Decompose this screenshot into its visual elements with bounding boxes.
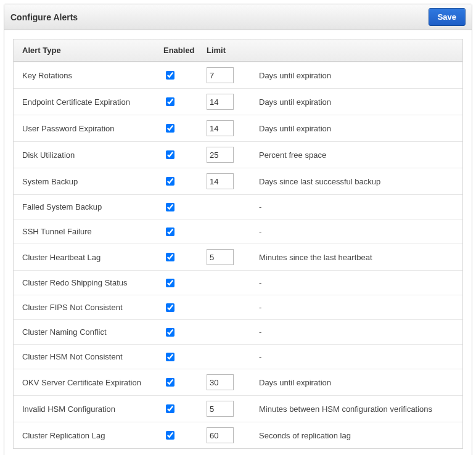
table-header-row: Alert Type Enabled Limit <box>14 39 462 62</box>
limit-description-empty: - <box>254 319 462 344</box>
table-row: OKV Server Certificate ExpirationDays un… <box>14 369 462 395</box>
page-title: Configure Alerts <box>10 12 78 22</box>
table-row: Failed System Backup- <box>14 194 462 219</box>
panel-header: Configure Alerts Save <box>4 4 472 30</box>
limit-description: Seconds of replication lag <box>254 422 462 448</box>
alert-type-label: Cluster Replication Lag <box>14 422 158 448</box>
enabled-checkbox[interactable] <box>166 228 174 236</box>
table-row: Cluster Naming Conflict- <box>14 319 462 344</box>
alert-type-label: Endpoint Certificate Expiration <box>14 88 158 115</box>
limit-input[interactable] <box>207 427 234 443</box>
enabled-checkbox[interactable] <box>166 328 174 337</box>
col-limit: Limit <box>202 39 254 62</box>
alert-type-label: System Backup <box>14 168 158 194</box>
col-desc <box>254 39 462 62</box>
alert-type-label: SSH Tunnel Failure <box>14 219 158 244</box>
enabled-checkbox[interactable] <box>166 71 174 80</box>
enabled-checkbox[interactable] <box>166 431 174 440</box>
limit-input[interactable] <box>207 94 234 110</box>
enabled-checkbox[interactable] <box>166 303 174 312</box>
limit-description: Days since last successful backup <box>254 168 462 194</box>
alert-type-label: Cluster HSM Not Consistent <box>14 344 158 369</box>
table-row: Disk UtilizationPercent free space <box>14 141 462 168</box>
limit-description-empty: - <box>254 219 462 244</box>
enabled-checkbox[interactable] <box>166 378 174 387</box>
enabled-checkbox[interactable] <box>166 279 174 287</box>
limit-description: Days until expiration <box>254 115 462 141</box>
enabled-checkbox[interactable] <box>166 253 174 261</box>
table-row: Cluster FIPS Not Consistent- <box>14 295 462 319</box>
alert-type-label: Failed System Backup <box>14 194 158 219</box>
limit-description-empty: - <box>254 344 462 369</box>
table-row: Invalid HSM ConfigurationMinutes between… <box>14 395 462 422</box>
limit-description: Days until expiration <box>254 88 462 115</box>
enabled-checkbox[interactable] <box>166 124 174 133</box>
limit-input[interactable] <box>207 147 234 163</box>
limit-description-empty: - <box>254 270 462 295</box>
table-row: Cluster Heartbeat LagMinutes since the l… <box>14 244 462 270</box>
enabled-checkbox[interactable] <box>166 177 174 186</box>
table-row: Cluster Replication LagSeconds of replic… <box>14 422 462 448</box>
configure-alerts-panel: Configure Alerts Save Alert Type Enabled… <box>4 4 472 455</box>
table-row: Key RotationsDays until expiration <box>14 62 462 88</box>
alert-type-label: Cluster Heartbeat Lag <box>14 244 158 270</box>
limit-description-empty: - <box>254 194 462 219</box>
limit-description: Minutes between HSM configuration verifi… <box>254 395 462 422</box>
alert-type-label: Cluster Redo Shipping Status <box>14 270 158 295</box>
alert-type-label: Key Rotations <box>14 62 158 88</box>
limit-description: Minutes since the last heartbeat <box>254 244 462 270</box>
limit-input[interactable] <box>207 374 234 390</box>
col-enabled: Enabled <box>158 39 202 62</box>
enabled-checkbox[interactable] <box>166 97 174 106</box>
pagination-range: 1 - 15 <box>13 449 463 455</box>
enabled-checkbox[interactable] <box>166 150 174 159</box>
panel-body: Alert Type Enabled Limit Key RotationsDa… <box>4 30 472 455</box>
limit-input[interactable] <box>207 401 234 417</box>
alert-type-label: Invalid HSM Configuration <box>14 395 158 422</box>
enabled-checkbox[interactable] <box>166 404 174 413</box>
table-row: System BackupDays since last successful … <box>14 168 462 194</box>
limit-input[interactable] <box>207 120 234 136</box>
table-row: Endpoint Certificate ExpirationDays unti… <box>14 88 462 115</box>
alerts-table: Alert Type Enabled Limit Key RotationsDa… <box>13 39 463 449</box>
table-row: Cluster Redo Shipping Status- <box>14 270 462 295</box>
limit-input[interactable] <box>207 173 234 189</box>
col-alert-type: Alert Type <box>14 39 158 62</box>
alert-type-label: User Password Expiration <box>14 115 158 141</box>
save-button[interactable]: Save <box>429 8 466 26</box>
alert-type-label: OKV Server Certificate Expiration <box>14 369 158 395</box>
limit-description: Percent free space <box>254 141 462 168</box>
table-row: User Password ExpirationDays until expir… <box>14 115 462 141</box>
enabled-checkbox[interactable] <box>166 353 174 361</box>
alert-type-label: Cluster FIPS Not Consistent <box>14 295 158 319</box>
limit-description: Days until expiration <box>254 369 462 395</box>
table-row: Cluster HSM Not Consistent- <box>14 344 462 369</box>
limit-input[interactable] <box>207 249 234 265</box>
limit-input[interactable] <box>207 67 234 83</box>
table-row: SSH Tunnel Failure- <box>14 219 462 244</box>
alert-type-label: Cluster Naming Conflict <box>14 319 158 344</box>
limit-description-empty: - <box>254 295 462 319</box>
enabled-checkbox[interactable] <box>166 203 174 211</box>
limit-description: Days until expiration <box>254 62 462 88</box>
alert-type-label: Disk Utilization <box>14 141 158 168</box>
